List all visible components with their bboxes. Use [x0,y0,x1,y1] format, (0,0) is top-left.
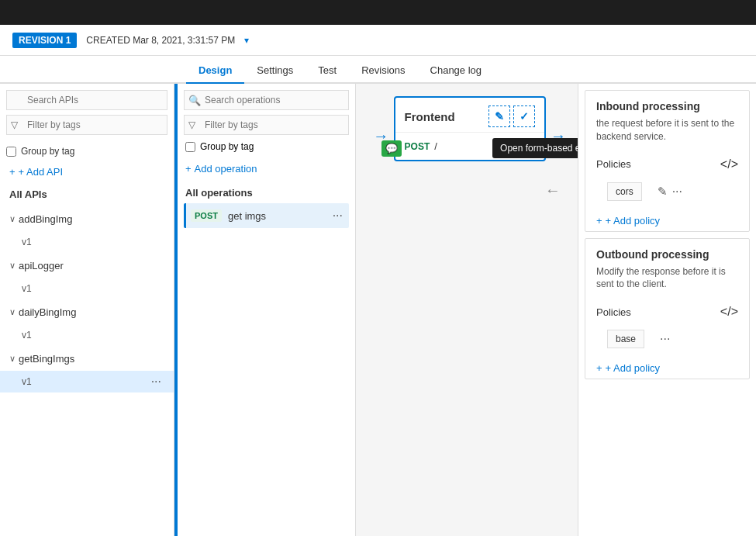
operations-panel: 🔍 ▽ Group by tag + Add operation All ope… [178,84,356,536]
api-subitem-addBingImg-v1[interactable]: v1 ··· [0,231,174,253]
outbound-policies-row: Policies </> [585,299,749,325]
inbound-processing-desc: the request before it is sent to the bac… [585,117,749,151]
inbound-processing-section: Inbound processing the request before it… [585,90,750,232]
inbound-add-policy-plus-icon: + [596,215,602,227]
form-editor-tooltip: Open form-based editor [492,138,578,158]
search-apis-input[interactable] [6,90,167,110]
outbound-add-policy-button[interactable]: + + Add policy [585,358,671,379]
inbound-code-icon[interactable]: </> [720,157,738,171]
inbound-policies-row: Policies </> [585,151,749,178]
ops-group-by-tag-checkbox[interactable] [185,142,195,152]
api-name-dailyBingImg: dailyBingImg [19,306,148,318]
inbound-policy-cors-tag: cors [607,182,642,201]
search-operations-input[interactable] [184,90,349,110]
api-subitem-dailyBingImg-v1[interactable]: v1 ··· [0,324,174,346]
operation-item-get-imgs[interactable]: POST get imgs ··· [184,203,349,228]
inbound-policy-cors-row: cors ✎ ··· [585,178,749,210]
inbound-policies-label: Policies [596,158,631,170]
processing-panel: Inbound processing the request before it… [578,84,756,536]
chevron-down-icon: ∨ [9,354,16,364]
filter-icon: ▽ [11,119,18,130]
outbound-processing-section: Outbound processing Modify the response … [585,238,750,380]
tab-revisions[interactable]: Revisions [349,58,417,84]
outbound-policy-dots[interactable]: ··· [660,332,670,346]
inbound-policy-dots[interactable]: ··· [672,185,682,199]
api-subitem-getBingImgs-v1[interactable]: v1 ··· [0,371,174,392]
revision-dropdown-icon[interactable]: ▾ [244,35,249,46]
card-icons: ✎ ✓ [488,105,535,127]
outbound-code-icon[interactable]: </> [720,305,738,319]
add-operation-label: Add operation [195,163,257,175]
ops-group-by-tag-label: Group by tag [200,141,254,152]
outbound-add-policy-label: + Add policy [606,362,660,374]
group-by-tag-checkbox[interactable] [6,147,16,157]
frontend-title: Frontend [405,110,455,123]
method-badge-post: POST [191,209,222,222]
add-api-button[interactable]: + + Add API [0,161,174,182]
api-item-getBingImgs[interactable]: ∨ getBingImgs ··· [0,346,174,371]
main-layout: 🔍 ▽ Group by tag + + Add API All APIs ∨ … [0,84,756,536]
frontend-path: / [434,140,437,152]
all-apis-label: All APIs [0,182,174,206]
add-operation-plus-icon: + [185,163,192,175]
revision-tag: REVISION 1 [12,33,77,48]
tab-test[interactable]: Test [306,58,349,84]
chevron-down-icon: ∨ [9,261,16,271]
design-area: → Frontend ✎ ✓ POST / Open for [356,84,578,536]
tab-bar: Design Settings Test Revisions Change lo… [0,56,756,84]
operation-dots[interactable]: ··· [331,209,344,223]
filter-wrapper: ▽ [6,115,167,135]
api-subitem-apiLogger-v1[interactable]: v1 ··· [0,278,174,299]
group-by-tag-label: Group by tag [21,146,74,157]
outbound-policy-base-row: base ··· [585,325,749,358]
edit-frontend-button[interactable]: ✎ [488,105,510,127]
api-name-addBingImg: addBingImg [19,213,148,225]
tab-changelog[interactable]: Change log [418,58,495,84]
chevron-down-icon: ∨ [9,214,16,224]
top-bar [0,0,756,25]
api-item-apiLogger[interactable]: ∨ apiLogger ··· [0,253,174,278]
operation-name: get imgs [228,210,331,222]
ops-filter-icon: ▽ [188,119,195,130]
inbound-policy-edit-icon[interactable]: ✎ [658,185,668,199]
outbound-policy-base-tag: base [607,330,644,348]
api-item-dailyBingImg[interactable]: ∨ dailyBingImg ··· [0,299,174,324]
ops-filter-by-tags-input[interactable] [184,115,349,135]
group-by-tag-row: Group by tag [0,141,174,161]
arrow-left-from-backend: ← [540,182,565,199]
outbound-processing-title: Outbound processing [585,239,749,265]
sidebar: 🔍 ▽ Group by tag + + Add API All APIs ∨ … [0,84,174,536]
add-api-plus-icon: + [9,166,16,178]
outbound-processing-desc: Modify the response before it is sent to… [585,265,749,299]
tab-settings[interactable]: Settings [244,58,306,84]
ops-filter-wrapper: ▽ [184,115,349,135]
api-item-addBingImg[interactable]: ∨ addBingImg ··· [0,206,174,231]
api-name-getBingImgs: getBingImgs [19,353,148,365]
all-operations-label: All operations [184,184,349,203]
api-name-apiLogger: apiLogger [19,260,148,271]
inbound-add-policy-button[interactable]: + + Add policy [585,210,671,231]
ops-search-wrapper: 🔍 [184,90,349,110]
api-subitem-dots-getBingImgs-v1[interactable]: ··· [148,375,164,389]
frontend-method-badge: POST [405,141,430,152]
tab-design[interactable]: Design [186,58,244,84]
outbound-policies-label: Policies [596,306,631,318]
ops-search-icon: 🔍 [188,95,201,106]
search-wrapper: 🔍 [6,90,167,110]
chat-bubble-icon: 💬 [381,140,402,157]
add-operation-button[interactable]: + Add operation [184,160,349,178]
add-api-label: + Add API [19,166,63,178]
filter-by-tags-input[interactable] [6,115,167,135]
sidebar-search-area: 🔍 ▽ [0,84,174,141]
frontend-card-header: Frontend ✎ ✓ [395,98,544,133]
ops-group-by-tag-row: Group by tag [184,138,349,155]
chevron-down-icon: ∨ [9,307,16,317]
inbound-add-policy-label: + Add policy [606,215,660,227]
revision-bar: REVISION 1 CREATED Mar 8, 2021, 3:31:57 … [0,25,756,56]
revision-created: CREATED Mar 8, 2021, 3:31:57 PM [86,35,235,46]
outbound-add-policy-plus-icon: + [596,362,602,374]
frontend-card: Frontend ✎ ✓ POST / Open form-based edit… [394,96,546,161]
frontend-check-button[interactable]: ✓ [513,105,535,127]
inbound-processing-title: Inbound processing [585,91,749,117]
